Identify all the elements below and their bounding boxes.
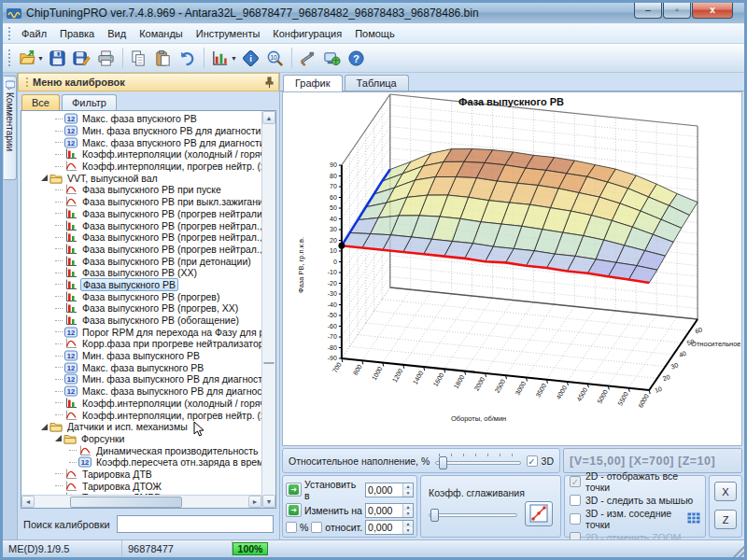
- tree-item[interactable]: Фаза выпускного РВ (обогащение): [21, 315, 261, 327]
- tree-item[interactable]: Фаза выпускного РВ (прогрев, ХХ): [21, 302, 261, 315]
- toolbar-network-icon[interactable]: [321, 47, 344, 69]
- tree-item[interactable]: Коэфф.интерполяции (холодный / горячий ): [21, 148, 261, 161]
- expand-arrow-icon[interactable]: [41, 175, 48, 181]
- tree-item[interactable]: Фаза выпускного РВ (при детонации): [21, 255, 261, 267]
- minimize-button[interactable]: –: [634, 3, 662, 19]
- spinner-arrows[interactable]: ▲▼: [402, 521, 413, 534]
- change-value-spinner[interactable]: 0,000 ▲▼: [365, 503, 414, 518]
- search-input[interactable]: [117, 515, 274, 533]
- cb-relative[interactable]: [311, 522, 322, 533]
- resize-grip[interactable]: [733, 546, 744, 557]
- app-icon: [7, 7, 21, 20]
- menu-item-1[interactable]: Правка: [53, 25, 101, 42]
- cb-percent[interactable]: [286, 522, 297, 533]
- calib-tab-1[interactable]: Фильтр: [62, 94, 117, 110]
- menu-item-5[interactable]: Конфигурация: [266, 25, 348, 42]
- relative-value-spinner[interactable]: 0,000 ▲▼: [365, 520, 414, 535]
- dropdown-arrow-icon[interactable]: ▼: [231, 55, 237, 62]
- mode-checkbox-1[interactable]: [570, 495, 581, 506]
- toolbar-zoom-10-icon[interactable]: 10: [264, 47, 287, 69]
- toolbar-save-as-icon[interactable]: [71, 47, 93, 69]
- tree-item[interactable]: Корр.фаза при прогреве нейтрализатора: [21, 338, 261, 350]
- z-axis-button[interactable]: Z: [714, 510, 737, 529]
- tree-vertical-scrollbar[interactable]: ▲ ▼: [261, 111, 275, 508]
- apply-set-button[interactable]: ➜: [286, 483, 302, 497]
- dropdown-arrow-icon[interactable]: ▼: [37, 55, 44, 62]
- slider-thumb[interactable]: [430, 509, 439, 522]
- scroll-left-arrow[interactable]: ◄: [21, 496, 35, 508]
- expand-arrow-icon[interactable]: [55, 435, 62, 441]
- toolbar-save-icon[interactable]: [47, 47, 69, 69]
- slider-track[interactable]: [435, 461, 520, 465]
- x-axis-button[interactable]: X: [714, 482, 737, 501]
- chart-tab-0[interactable]: График: [283, 75, 343, 91]
- tree-item[interactable]: Коэфф.интерполяции, прогрев нейтр. (холо…: [21, 161, 261, 173]
- cb-3d[interactable]: [527, 455, 538, 467]
- tree-item[interactable]: 12Макс. фаза впускного РВ: [21, 113, 261, 125]
- tree-item[interactable]: Фаза выпускного РВ (прогрев нейтрализато…: [21, 208, 261, 220]
- vscroll-thumb[interactable]: [263, 362, 275, 364]
- scroll-down-arrow[interactable]: ▼: [262, 495, 275, 508]
- slider-thumb[interactable]: [439, 456, 447, 469]
- scroll-up-arrow[interactable]: ▲: [262, 111, 275, 124]
- menu-item-2[interactable]: Вид: [101, 25, 133, 42]
- set-value-spinner[interactable]: 0,000 ▲▼: [365, 483, 414, 497]
- menu-item-3[interactable]: Команды: [133, 25, 190, 42]
- tree-item[interactable]: 12Мин. фаза выпускного РВ для диагностик…: [21, 373, 261, 385]
- tree-horizontal-scrollbar[interactable]: ◄ ►: [21, 495, 261, 508]
- calib-tab-0[interactable]: Все: [21, 94, 60, 110]
- close-button[interactable]: x: [692, 3, 733, 19]
- toolbar-open-icon[interactable]: [16, 47, 38, 69]
- tree-folder[interactable]: Датчики и исп. механизмы: [21, 421, 261, 433]
- tree-item[interactable]: Фаза выпускного РВ (прогрев нейтрал., ХХ…: [21, 244, 261, 256]
- tree-item[interactable]: 12Макс. фаза впускного РВ для диагностик…: [21, 136, 261, 148]
- tree-item[interactable]: Фаза выпускного РВ (ХХ): [21, 267, 261, 279]
- menu-item-6[interactable]: Помощь: [348, 25, 402, 42]
- tree-item[interactable]: Фаза выпускного РВ (прогрев нейтрал., хо…: [21, 219, 261, 231]
- hscroll-thumb[interactable]: [70, 497, 182, 508]
- spinner-arrows[interactable]: ▲▼: [402, 483, 413, 497]
- tree-item[interactable]: Коэфф.интерполяции (холодный / горячий ): [21, 398, 261, 410]
- toolbar-undo-icon[interactable]: [176, 47, 199, 69]
- toolbar-help-icon[interactable]: ?: [345, 47, 368, 69]
- tree-item[interactable]: Тарировка ДТОЖ: [21, 480, 261, 492]
- toolbar-tools-icon[interactable]: [297, 47, 319, 69]
- pin-icon[interactable]: [264, 77, 275, 88]
- maximize-button[interactable]: ▫: [663, 3, 691, 19]
- tree-folder[interactable]: VVT, выпускной вал: [21, 172, 261, 184]
- toolbar-info-icon[interactable]: i: [240, 47, 262, 69]
- tree-item[interactable]: Фаза выпускного РВ при пуске: [21, 184, 261, 196]
- smoothing-slider[interactable]: [429, 506, 517, 521]
- menu-item-4[interactable]: Инструменты: [190, 25, 267, 42]
- tree-item[interactable]: Фаза выпускного РВ: [21, 279, 261, 291]
- tree-item[interactable]: Динамическая производительность: [21, 444, 261, 456]
- toolbar-paste-icon[interactable]: [152, 47, 175, 69]
- apply-change-button[interactable]: ➜: [286, 503, 302, 517]
- tree-folder[interactable]: Форсунки: [21, 433, 261, 445]
- curve-edit-button[interactable]: [525, 501, 553, 526]
- spinner-arrows[interactable]: ▲▼: [402, 504, 413, 517]
- load-slider[interactable]: [435, 454, 520, 469]
- chart-tab-1[interactable]: Таблица: [345, 75, 409, 91]
- toolbar-maps-icon[interactable]: [209, 47, 232, 69]
- toolbar-print-icon[interactable]: [95, 47, 118, 69]
- menu-item-0[interactable]: Файл: [15, 25, 53, 42]
- tree-item[interactable]: 12Макс. фаза выпускного РВ для диагности…: [21, 385, 261, 398]
- surface-chart[interactable]: -90-80-70-60-50-40-30-20-100102030405060…: [282, 91, 742, 446]
- tree-item[interactable]: 12Макс. фаза выпускного РВ: [21, 361, 261, 373]
- comments-collapsed-tab[interactable]: Комментарии: [4, 76, 17, 180]
- tree-item[interactable]: 12Мин. фаза выпускного РВ: [21, 350, 261, 362]
- tree-item[interactable]: 12Коэфф.пересчета отн.заряда в время впр…: [21, 456, 261, 469]
- scroll-right-arrow[interactable]: ►: [248, 496, 261, 508]
- mode-checkbox-2[interactable]: [570, 513, 581, 525]
- toolbar-copy-icon[interactable]: [128, 47, 150, 69]
- tree-item[interactable]: Фаза выпускного РВ (прогрев): [21, 290, 261, 302]
- tree-item[interactable]: 12Порог RPM для перехода на Фазу для реж…: [21, 326, 261, 338]
- tree-item[interactable]: Тарировка ДТВ: [21, 469, 261, 481]
- slider-track[interactable]: [429, 513, 517, 517]
- tree-item[interactable]: Коэфф.интерполяции, прогрев нейтр. (холо…: [21, 409, 261, 421]
- tree-item[interactable]: 12Мин. фаза впускного РВ для диагностики: [21, 125, 261, 137]
- tree-item[interactable]: Фаза выпускного РВ при выкл.зажигания: [21, 196, 261, 208]
- tree-item[interactable]: Фаза выпускного РВ (прогрев нейтрал., ХХ…: [21, 231, 261, 244]
- expand-arrow-icon[interactable]: [41, 424, 48, 430]
